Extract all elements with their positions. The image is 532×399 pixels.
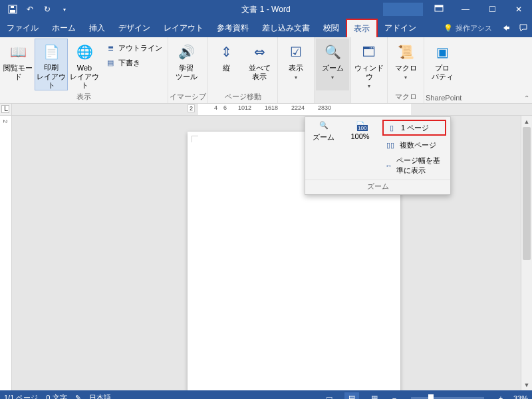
ruler-mark: 6 [223, 104, 227, 111]
redo-button[interactable]: ↻ [40, 2, 55, 17]
page-width-icon: ↔ [385, 160, 392, 171]
collapse-ribbon-button[interactable]: ⌃ [524, 94, 529, 102]
tab-mailings[interactable]: 差し込み文書 [255, 19, 317, 37]
svg-rect-4 [435, 5, 443, 7]
scroll-up-button[interactable]: ▲ [521, 116, 532, 127]
window-label: ウィンドウ▾ [352, 64, 386, 90]
status-page[interactable]: 1/1 ページ [4, 393, 38, 399]
group-sharepoint-label: SharePoint [426, 93, 462, 103]
one-page-icon: ▯ [386, 122, 397, 133]
outline-label: アウトライン [118, 43, 162, 53]
minimize-button[interactable]: ― [452, 0, 479, 19]
zoom-100-button[interactable]: 📄100 100% [342, 117, 378, 165]
share-button[interactable] [497, 23, 515, 33]
group-show-label [279, 93, 313, 103]
tell-me[interactable]: 💡操作アシス [438, 23, 497, 33]
group-views-label: 表示 [1, 91, 166, 103]
vruler-mark: 2 [2, 120, 9, 123]
ribbon-options-button[interactable] [426, 0, 452, 19]
zoom-popup-group-label: ズーム [305, 180, 450, 194]
ruler-mark: 4 [214, 104, 217, 111]
macros-button[interactable]: 📜マクロ▾ [389, 39, 422, 90]
ruler-mark: 2830 [318, 104, 331, 111]
outline-icon: ≣ [105, 43, 116, 53]
tab-insert[interactable]: 挿入 [82, 19, 112, 37]
ribbon-tabs: ファイル ホーム 挿入 デザイン レイアウト 参考資料 差し込み文書 校閲 表示… [0, 19, 532, 37]
read-mode-view-button[interactable]: ▭ [322, 392, 336, 400]
web-layout-button[interactable]: 🌐Web レイアウト [68, 39, 101, 90]
vertical-icon: ⇕ [215, 41, 237, 63]
group-immersive: 🔊学習 ツール イマーシブ [168, 37, 208, 103]
side-to-side-button[interactable]: ⇔並べて 表示 [243, 39, 276, 90]
tab-file[interactable]: ファイル [0, 19, 45, 37]
learning-tools-button[interactable]: 🔊学習 ツール [170, 39, 203, 90]
user-badge[interactable] [383, 3, 423, 16]
page-width-button[interactable]: ↔ページ幅を基準に表示 [382, 154, 446, 177]
tab-references[interactable]: 参考資料 [210, 19, 255, 37]
properties-button[interactable]: ▣プロ パティ [426, 39, 459, 90]
window-icon: 🗔 [358, 41, 380, 63]
ribbon: 📖閲覧モード 📄印刷 レイアウト 🌐Web レイアウト ≣アウトライン ▤下書き… [0, 37, 532, 104]
group-show: ☑表示▾ [278, 37, 315, 103]
spellcheck-icon[interactable]: ✎ [75, 394, 81, 399]
zoom-out-button[interactable]: − [390, 394, 399, 400]
print-layout-button[interactable]: 📄印刷 レイアウト [35, 39, 68, 90]
multi-page-button[interactable]: ▯▯複数ページ [382, 138, 446, 152]
vertical-label: 縦 [221, 64, 231, 72]
tab-view[interactable]: 表示 [346, 19, 378, 37]
read-mode-button[interactable]: 📖閲覧モード [1, 39, 35, 90]
zoom-100-label: 100% [350, 132, 369, 140]
checkbox-icon: ☑ [285, 41, 307, 63]
scroll-thumb[interactable] [523, 127, 531, 260]
group-zoom-trigger: 🔍ズーム▾ [315, 37, 351, 103]
tab-addins[interactable]: アドイン [378, 19, 423, 37]
group-window-label [352, 93, 386, 103]
zoom-in-button[interactable]: + [496, 394, 505, 400]
page-width-label: ページ幅を基準に表示 [396, 156, 444, 176]
tab-design[interactable]: デザイン [112, 19, 157, 37]
tab-layout[interactable]: レイアウト [157, 19, 210, 37]
web-layout-view-button[interactable]: ▦ [367, 392, 382, 400]
undo-button[interactable]: ↶ [23, 2, 37, 17]
status-language[interactable]: 日本語 [89, 393, 111, 399]
zoom-button[interactable]: 🔍ズーム▾ [316, 39, 349, 90]
scroll-down-button[interactable]: ▼ [521, 379, 532, 390]
scrollbar-vertical[interactable]: ▲ ▼ [521, 116, 532, 390]
ruler-vertical[interactable]: 2 [0, 116, 12, 390]
side-icon: ⇔ [249, 41, 270, 63]
properties-label: プロ パティ [430, 64, 455, 81]
lightbulb-icon: 💡 [444, 24, 453, 33]
draft-button[interactable]: ▤下書き [104, 56, 164, 69]
vertical-button[interactable]: ⇕縦 [209, 39, 243, 90]
outline-button[interactable]: ≣アウトライン [104, 41, 164, 55]
tell-me-label: 操作アシス [456, 23, 492, 33]
magnifier-icon: 🔍 [322, 41, 343, 63]
one-page-button[interactable]: ▯1 ページ [382, 120, 446, 136]
side-label: 並べて 表示 [247, 64, 272, 81]
maximize-button[interactable]: ☐ [479, 0, 505, 19]
svg-rect-1 [10, 10, 15, 13]
margin-corner-icon [192, 136, 198, 142]
show-button[interactable]: ☑表示▾ [279, 39, 313, 90]
print-layout-view-button[interactable]: ▤ [344, 392, 359, 400]
zoom-dialog-button[interactable]: 🔍 ズーム [305, 117, 342, 165]
qat-dropdown[interactable]: ▾ [57, 2, 72, 17]
status-word-count[interactable]: 0 文字 [46, 393, 66, 399]
window-button[interactable]: 🗔ウィンドウ▾ [352, 39, 386, 90]
page-number-indicator: 2 [188, 104, 195, 112]
comments-button[interactable] [515, 23, 532, 33]
group-immersive-label: イマーシブ [170, 91, 206, 103]
tab-home[interactable]: ホーム [45, 19, 82, 37]
zoom-label: ズーム▾ [321, 64, 345, 81]
close-button[interactable]: ✕ [505, 0, 532, 19]
zoom-slider-knob[interactable] [428, 394, 434, 400]
zoom-level[interactable]: 33% [513, 394, 528, 400]
zoom-slider[interactable] [411, 397, 484, 400]
canvas[interactable]: 🔍 ズーム 📄100 100% ▯1 ページ ▯▯複数ページ ↔ページ幅を基準に… [12, 116, 521, 390]
multi-page-label: 複数ページ [400, 140, 436, 150]
tab-review[interactable]: 校閲 [317, 19, 346, 37]
ruler-horizontal[interactable]: └ 2 4 6 1012 1618 2224 2830 [0, 104, 532, 116]
svg-rect-2 [11, 6, 14, 8]
ruler-mark: 1012 [238, 104, 251, 111]
save-button[interactable] [5, 2, 20, 17]
